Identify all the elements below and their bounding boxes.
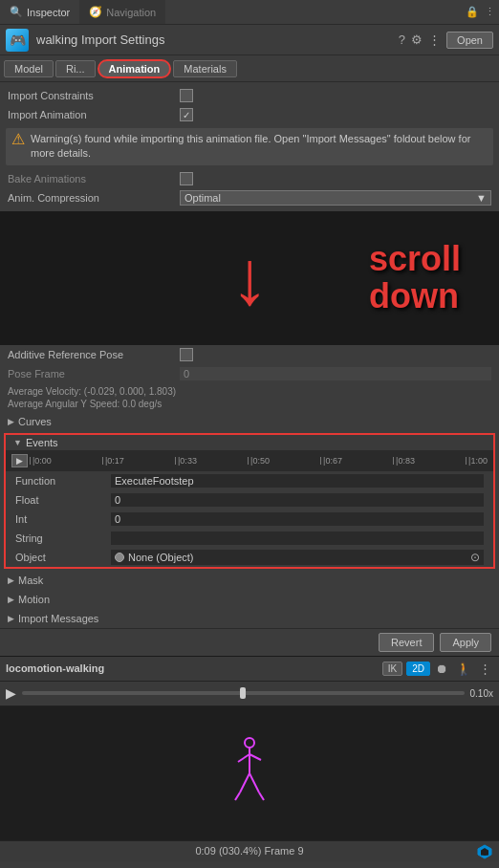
compression-value: Optimal [184, 192, 221, 204]
function-label: Function [15, 475, 111, 487]
mask-label: Mask [18, 575, 43, 586]
object-value: None (Object) ⊙ [111, 550, 484, 565]
tick-0: |0:00 [30, 456, 52, 466]
tick-33: |0:33 [175, 456, 197, 466]
float-label: Float [15, 494, 111, 506]
tick-17: |0:17 [102, 456, 124, 466]
status-text: 0:09 (030.4%) Frame 9 [195, 845, 303, 857]
speed-value: 0.10x [470, 688, 493, 699]
svg-line-3 [250, 754, 261, 760]
navigation-icon: 🧭 [89, 6, 102, 18]
int-label: Int [15, 513, 111, 525]
object-select-button[interactable]: ⊙ [470, 551, 480, 564]
revert-button[interactable]: Revert [379, 633, 434, 652]
events-header: ▼ Events [6, 435, 493, 450]
curves-label: Curves [18, 416, 52, 427]
tick-67: |0:67 [320, 456, 342, 466]
motion-section[interactable]: ▶ Motion [0, 590, 499, 609]
lock-icon[interactable]: 🔒 [466, 6, 479, 18]
int-input[interactable] [111, 512, 484, 526]
bottom-actions: Revert Apply [0, 628, 499, 656]
import-messages-section[interactable]: ▶ Import Messages [0, 609, 499, 628]
anim-record-icon[interactable]: ⏺ [434, 662, 450, 676]
svg-line-5 [250, 773, 259, 792]
object-value-text: None (Object) [128, 552, 193, 563]
bake-animations-checkbox[interactable] [180, 172, 193, 185]
ik-badge[interactable]: IK [382, 662, 402, 676]
bake-animations-row: Bake Animations [0, 169, 499, 188]
string-row: String [6, 529, 493, 548]
tab-materials[interactable]: Materials [173, 60, 237, 77]
asset-icon: 🎮 [6, 29, 29, 52]
import-animation-label: Import Animation [8, 109, 180, 120]
motion-label: Motion [18, 594, 50, 605]
pose-frame-input[interactable] [180, 367, 491, 380]
svg-line-2 [238, 754, 250, 762]
progress-thumb [240, 687, 246, 699]
playback-bar: ▶ 0.10x [0, 682, 499, 706]
compression-label: Anim. Compression [8, 192, 180, 204]
open-button[interactable]: Open [446, 32, 493, 49]
warning-box: ⚠ Warning(s) found while importing this … [6, 128, 493, 165]
menu-icon[interactable]: ⋮ [485, 6, 495, 18]
additive-ref-label: Additive Reference Pose [8, 349, 180, 360]
scroll-down-arrow: ↓ [230, 240, 269, 316]
import-constraints-checkbox[interactable] [180, 89, 193, 102]
function-row: Function [6, 471, 493, 490]
import-constraints-label: Import Constraints [8, 90, 180, 101]
settings-icon[interactable]: ⚙ [411, 33, 423, 47]
bottom-status-bar: 0:09 (030.4%) Frame 9 [0, 840, 499, 861]
anim-figure-icon[interactable]: 🚶 [454, 662, 473, 676]
object-label: Object [15, 552, 111, 563]
more-icon[interactable]: ⋮ [428, 33, 441, 47]
timeline-ticks: |0:00 |0:17 |0:33 |0:50 |0:67 [30, 456, 488, 466]
inspector-icon: 🔍 [10, 6, 23, 18]
motion-arrow-icon: ▶ [8, 595, 14, 604]
tab-model[interactable]: Model [4, 60, 54, 77]
inspector-content: Import Constraints Import Animation ✓ ⚠ … [0, 82, 499, 211]
timeline-play-button[interactable]: ▶ [11, 454, 28, 467]
function-input[interactable] [111, 474, 484, 488]
navigation-tab[interactable]: 🧭 Navigation [79, 0, 165, 24]
import-messages-label: Import Messages [18, 613, 98, 624]
additive-ref-checkbox[interactable] [180, 348, 193, 361]
float-input[interactable] [111, 493, 484, 507]
progress-track[interactable] [22, 691, 465, 695]
help-icon[interactable]: ? [399, 33, 405, 47]
warning-icon: ⚠ [11, 132, 25, 147]
play-button[interactable]: ▶ [6, 685, 16, 701]
curves-section[interactable]: ▶ Curves [0, 412, 499, 431]
tick-100: |1:00 [466, 456, 488, 466]
import-constraints-row: Import Constraints [0, 86, 499, 105]
import-messages-arrow-icon: ▶ [8, 614, 14, 623]
tick-50: |0:50 [248, 456, 270, 466]
unity-icon [476, 843, 493, 864]
import-animation-checkbox[interactable]: ✓ [180, 108, 193, 121]
anim-more-icon[interactable]: ⋮ [477, 662, 493, 676]
svg-line-7 [259, 792, 264, 800]
warning-text: Warning(s) found while importing this an… [31, 132, 488, 162]
animation-panel: locomotion-walking IK 2D ⏺ 🚶 ⋮ ▶ 0.10x [0, 656, 499, 861]
scroll-hint-area: ↓ scrolldown [0, 211, 499, 345]
tab-rig[interactable]: Ri... [55, 60, 96, 77]
animation-canvas [0, 706, 499, 840]
string-label: String [15, 532, 111, 544]
object-circle-icon [115, 553, 124, 562]
navigation-tab-label: Navigation [106, 7, 156, 18]
animation-name: locomotion-walking [6, 662, 379, 674]
lower-inspector: Additive Reference Pose Pose Frame Avera… [0, 345, 499, 628]
compression-dropdown[interactable]: Optimal ▼ [180, 190, 491, 206]
2d-badge[interactable]: 2D [406, 662, 430, 676]
tick-83: |0:83 [393, 456, 415, 466]
tab-animation[interactable]: Animation [98, 59, 172, 78]
chevron-down-icon: ▼ [476, 192, 487, 204]
svg-line-4 [240, 773, 250, 792]
mask-arrow-icon: ▶ [8, 575, 14, 585]
inspector-tab[interactable]: 🔍 Inspector [0, 0, 79, 24]
inspector-tab-label: Inspector [27, 7, 70, 18]
events-arrow-icon: ▼ [13, 438, 22, 447]
string-input[interactable] [111, 532, 484, 545]
scroll-down-text: scrolldown [369, 240, 461, 315]
apply-button[interactable]: Apply [440, 633, 491, 652]
mask-section[interactable]: ▶ Mask [0, 571, 499, 590]
